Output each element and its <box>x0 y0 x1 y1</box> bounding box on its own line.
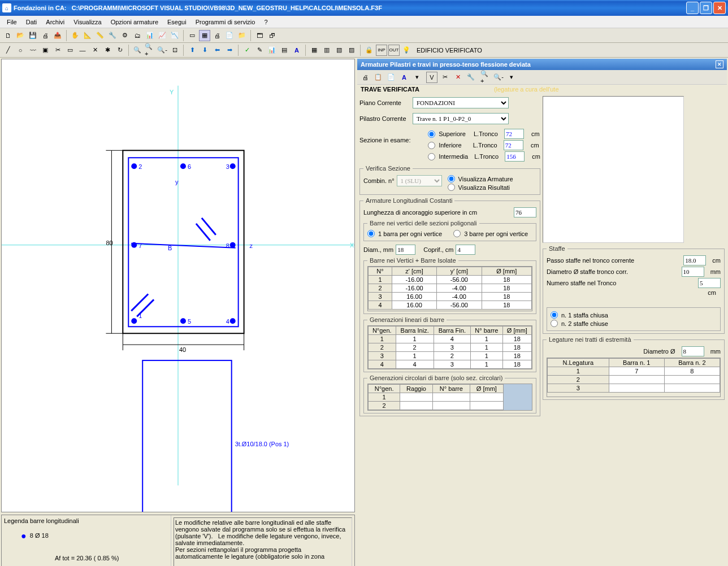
ltronco-int-input[interactable] <box>505 151 525 162</box>
tool-b-icon[interactable]: 📏 <box>94 30 106 41</box>
panel-cut-icon[interactable]: ✂ <box>439 72 450 83</box>
menu-archivi[interactable]: Archivi <box>41 18 69 27</box>
radio-superiore[interactable] <box>428 130 435 138</box>
table-gen-lineari[interactable]: N°gen.Barra Iniz.Barra Fin.N° barreØ [mm… <box>368 326 532 369</box>
cascade-icon[interactable]: 🗗 <box>266 30 278 41</box>
menu-programmi-servizio[interactable]: Programmi di servizio <box>191 18 260 27</box>
grid-icon[interactable]: ▤ <box>279 45 290 56</box>
panel-close-icon[interactable]: ✕ <box>716 60 723 68</box>
pencil-icon[interactable]: ✎ <box>254 45 265 56</box>
ltronco-sup-input[interactable] <box>504 129 524 139</box>
print2-icon[interactable]: 🖨 <box>211 30 223 41</box>
tool-e-icon[interactable]: 🗂 <box>132 30 143 41</box>
menu-file[interactable]: File <box>2 18 21 27</box>
tool-a-icon[interactable]: 📐 <box>82 30 93 41</box>
radio-vis-risultati[interactable] <box>448 184 455 191</box>
tool-c-icon[interactable]: 🔧 <box>107 30 118 41</box>
coprif-input[interactable] <box>456 245 475 255</box>
radio-2staffe[interactable] <box>551 320 558 327</box>
panel-tool-icon[interactable]: 🔧 <box>465 72 476 83</box>
piano-select[interactable]: FONDAZIONI <box>413 97 509 108</box>
panel-zoom-in-icon[interactable]: 🔍+ <box>480 72 491 83</box>
menu-dati[interactable]: Dati <box>21 18 42 27</box>
line-icon[interactable]: ╱ <box>2 45 14 56</box>
table4-icon[interactable]: ▨ <box>346 45 357 56</box>
maximize-button[interactable]: ❐ <box>700 2 712 14</box>
radio-1staffa[interactable] <box>551 311 558 319</box>
leg-diam-input[interactable] <box>682 346 704 356</box>
open-icon[interactable]: 📂 <box>15 30 26 41</box>
inp-icon[interactable]: INP <box>376 45 387 56</box>
export-icon[interactable]: 📤 <box>52 30 63 41</box>
line2-icon[interactable]: — <box>77 45 88 56</box>
panel-copy-icon[interactable]: 📋 <box>372 72 384 83</box>
left-icon[interactable]: ⬅ <box>211 45 223 56</box>
panel-x-red-icon[interactable]: ✕ <box>452 72 463 83</box>
zoom-out-icon[interactable]: 🔍- <box>157 45 168 56</box>
bulb-icon[interactable]: 💡 <box>401 45 412 56</box>
radio-intermedia[interactable] <box>428 153 435 160</box>
window-icon[interactable]: 🗔 <box>254 30 265 41</box>
radio-1barra[interactable] <box>367 230 375 237</box>
cut-icon[interactable]: ✂ <box>52 45 63 56</box>
text-icon[interactable]: A <box>291 45 302 56</box>
zoom-in-icon[interactable]: 🔍+ <box>144 45 155 56</box>
table2-icon[interactable]: ▥ <box>321 45 332 56</box>
circle-icon[interactable]: ○ <box>15 45 26 56</box>
menu-help[interactable]: ? <box>259 18 272 27</box>
new-icon[interactable]: 🗋 <box>2 30 14 41</box>
lock-icon[interactable]: 🔒 <box>363 45 375 56</box>
drawing-canvas[interactable]: Y X 80 40 2 6 <box>1 59 355 512</box>
folder-icon[interactable]: 📁 <box>236 30 248 41</box>
doc-icon[interactable]: 📄 <box>224 30 235 41</box>
radio-3barre[interactable] <box>453 230 461 237</box>
tool-g-icon[interactable]: 📈 <box>157 30 168 41</box>
passo-input[interactable] <box>683 255 706 265</box>
diam-input[interactable] <box>396 245 415 255</box>
down-icon[interactable]: ⬇ <box>199 45 210 56</box>
table1-icon[interactable]: ▦ <box>309 45 320 56</box>
pilastro-select[interactable]: Trave n. 1 P1_0-P2_0 <box>413 113 509 124</box>
x-icon[interactable]: ✕ <box>89 45 101 56</box>
tool-f-icon[interactable]: 📊 <box>144 30 155 41</box>
table-gen-circolari[interactable]: N°gen.RaggioN° barreØ [mm] 1 2 <box>368 384 504 410</box>
save-icon[interactable]: 💾 <box>27 30 38 41</box>
ltronco-inf-input[interactable] <box>504 140 523 150</box>
panel-font-icon[interactable]: A <box>398 72 410 83</box>
table-legature[interactable]: N.LegaturaBarra n. 1Barra n. 2 178 2 3 <box>547 358 720 393</box>
panel-doc-icon[interactable]: 📄 <box>385 72 397 83</box>
tool-d-icon[interactable]: ⚙ <box>119 30 131 41</box>
table-barre-vertici[interactable]: N°z' [cm]y' [cm]Ø [mm] 1-16.00-56.0018 2… <box>368 267 532 310</box>
tool-h-icon[interactable]: 📉 <box>169 30 180 41</box>
panel-verify-icon[interactable]: V <box>426 72 437 83</box>
hand-icon[interactable]: ✋ <box>70 30 81 41</box>
close-button[interactable]: ✕ <box>713 2 726 14</box>
table3-icon[interactable]: ▧ <box>333 45 345 56</box>
print-icon[interactable]: 🖨 <box>40 30 51 41</box>
polyline-icon[interactable]: 〰 <box>27 45 38 56</box>
rect-icon[interactable]: ▭ <box>187 30 198 41</box>
lung-anc-input[interactable] <box>514 207 536 217</box>
radio-inferiore[interactable] <box>428 142 435 149</box>
rect2-icon[interactable]: ▭ <box>64 45 76 56</box>
radio-vis-armature[interactable] <box>448 175 455 182</box>
select-box-icon[interactable]: ▣ <box>40 45 51 56</box>
diam-staffe-input[interactable] <box>682 267 704 277</box>
up-icon[interactable]: ⬆ <box>187 45 198 56</box>
num-staffe-input[interactable] <box>698 278 721 288</box>
menu-esegui[interactable]: Esegui <box>163 18 191 27</box>
zoom-fit-icon[interactable]: ⊡ <box>169 45 180 56</box>
asterisk-icon[interactable]: ✱ <box>102 45 113 56</box>
panel-dropdown-icon[interactable]: ▾ <box>411 72 423 83</box>
minimize-button[interactable]: _ <box>686 2 699 14</box>
panel-print-icon[interactable]: 🖨 <box>359 72 371 83</box>
check-icon[interactable]: ✓ <box>241 45 253 56</box>
zoom-icon[interactable]: 🔍 <box>132 45 143 56</box>
highlight-icon[interactable]: ▦ <box>199 30 210 41</box>
chart-icon[interactable]: 📊 <box>266 45 278 56</box>
refresh-icon[interactable]: ↻ <box>114 45 125 56</box>
notes-textarea[interactable] <box>174 517 352 566</box>
right-icon[interactable]: ➡ <box>224 45 235 56</box>
panel-zoom-out-icon[interactable]: 🔍- <box>493 72 504 83</box>
panel-dropdown2-icon[interactable]: ▾ <box>506 72 517 83</box>
